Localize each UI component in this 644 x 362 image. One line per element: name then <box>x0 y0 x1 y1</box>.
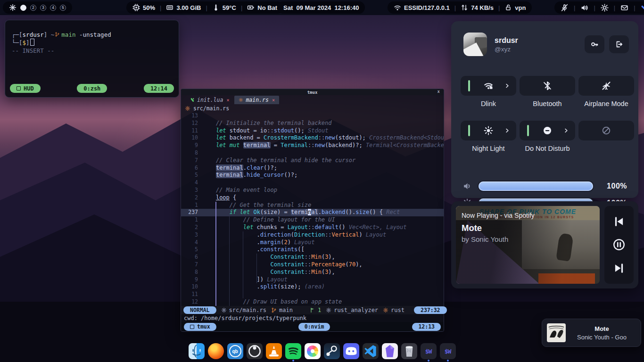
dock-item-qbittorrent[interactable]: qb <box>227 343 243 362</box>
dock-item-obs-studio[interactable] <box>247 343 263 362</box>
tab-main.rs[interactable]: main.rs× <box>234 96 279 104</box>
chevron-right-icon[interactable] <box>563 128 569 133</box>
dock-item-discord[interactable] <box>343 343 359 362</box>
dock-item-steam[interactable] <box>324 343 340 362</box>
firefox-icon <box>208 343 224 359</box>
clock[interactable]: Sat 09 Mar 2024 12:16:40 <box>277 1 365 14</box>
line-number: 13 <box>181 112 202 120</box>
statusline-diagnostics: 1 <box>310 307 321 313</box>
workspace-2[interactable]: 2 <box>30 5 36 11</box>
workspace-5[interactable]: 5 <box>60 5 66 11</box>
lock-keys-button[interactable] <box>585 35 604 53</box>
notification-popup[interactable]: Mote Sonic Youth - Goo <box>542 319 641 347</box>
wifi-stat[interactable]: ESSID/127.0.0.1 <box>394 4 450 11</box>
avatar[interactable] <box>463 33 487 56</box>
tab-init.lua[interactable]: init.lua× <box>186 96 233 104</box>
code-line: 5 .constraints([ <box>181 246 444 254</box>
line-number: 1 <box>181 216 202 224</box>
code-line: 13 <box>181 112 444 120</box>
line-number: 3 <box>181 187 202 194</box>
dock-item-spotify[interactable] <box>285 343 301 362</box>
notification-body: Sonic Youth - Goo <box>566 334 638 341</box>
dock-item-obsidian[interactable] <box>382 343 398 362</box>
toggle-bluetooth[interactable] <box>520 76 575 96</box>
workspace-1[interactable] <box>20 5 26 11</box>
tab-close-icon[interactable]: × <box>272 98 275 103</box>
dock-item-sw-app-2[interactable]: $W <box>440 343 456 362</box>
next-button[interactable] <box>613 262 625 274</box>
tmux-session-pill[interactable]: tmux <box>184 323 216 331</box>
sw-app-2-icon: $W <box>440 343 456 359</box>
temp-stat: 59°C <box>212 4 236 11</box>
workspace-4[interactable]: 4 <box>50 5 56 11</box>
dock-item-sw-app-1[interactable]: $W <box>421 343 437 362</box>
running-indicator <box>447 360 449 362</box>
dock-item-firefox[interactable] <box>208 343 224 362</box>
cursor-position-badge: 237:32 <box>414 306 447 314</box>
vpn-stat[interactable]: vpn <box>504 4 526 11</box>
dock-item-photos[interactable] <box>305 343 321 362</box>
launcher-star-icon[interactable] <box>9 4 17 11</box>
window-icon <box>17 86 21 90</box>
pause-button[interactable] <box>613 239 625 251</box>
tab-close-icon[interactable]: × <box>226 98 229 103</box>
terminal-output: ┌─[srdusr] ~main -unstaged └─[$] -- INSE… <box>5 20 179 55</box>
user-handle: @xyz <box>495 46 580 53</box>
dock-item-vscode[interactable] <box>363 343 379 362</box>
dock-item-file-manager[interactable] <box>189 343 205 362</box>
file-manager-icon <box>189 343 205 359</box>
close-button[interactable]: x <box>438 89 440 94</box>
code-line: 3 .direction(Direction::Vertical) Layout <box>181 231 444 239</box>
terminal-window[interactable]: ┌─[srdusr] ~main -unstaged └─[$] -- INSE… <box>5 20 179 98</box>
code-text: if let Ok(size) = terminal.backend().siz… <box>202 209 400 216</box>
workspace-3[interactable]: 3 <box>40 5 46 11</box>
code-line: 12 // Draw UI based on app state <box>181 298 444 306</box>
git-branch-icon <box>55 32 60 37</box>
previous-button[interactable] <box>613 215 625 228</box>
top-bar: 2345 50% | 3.00 GiB | 59°C | No Bat Sat … <box>0 0 644 15</box>
statusline-branch[interactable]: main <box>271 307 293 313</box>
dock-item-vlc[interactable] <box>266 343 282 362</box>
mail-icon[interactable] <box>620 4 628 12</box>
line-number: 12 <box>181 298 202 306</box>
tmux-window-pill[interactable]: 0:nvim <box>298 323 330 331</box>
blocked-icon <box>602 126 611 135</box>
logout-button[interactable] <box>609 35 629 53</box>
dock-item-trash[interactable] <box>401 343 417 362</box>
separator: | <box>574 4 575 11</box>
running-indicator <box>273 360 275 362</box>
running-indicator <box>331 360 333 362</box>
code-text: terminal.hide_cursor()?; <box>202 172 297 179</box>
zsh-session-pill[interactable]: 0:zsh <box>77 84 107 93</box>
wifi-icon <box>394 4 401 11</box>
chevron-down-icon[interactable] <box>641 4 644 12</box>
chevron-right-icon[interactable] <box>504 128 510 133</box>
line-number: 2 <box>181 194 202 202</box>
line-number: 10 <box>181 134 202 142</box>
hud-pill[interactable]: HUD <box>10 84 41 93</box>
editor-window[interactable]: tmux x init.lua×main.rs× src/main.rs 131… <box>181 89 444 332</box>
line-number: 3 <box>181 231 202 239</box>
toggle-label: Do Not Disturb <box>525 140 570 165</box>
code-area[interactable]: 1312 // Initialize the terminal backend1… <box>181 112 444 306</box>
toggle-dlink[interactable] <box>461 76 516 96</box>
volume-slider[interactable] <box>479 181 593 191</box>
album-art[interactable]: SHAPE OF PUNK TO COME A CHIMERICAL BOMBI… <box>456 206 600 284</box>
toggle-night-light[interactable] <box>461 121 516 140</box>
network-pill: ESSID/127.0.0.1 | 74 KB/s | vpn <box>388 1 532 14</box>
volume-icon[interactable] <box>580 4 588 12</box>
active-indicator <box>468 125 470 136</box>
breadcrumb: src/main.rs <box>181 104 444 112</box>
chevron-right-icon[interactable] <box>504 83 510 89</box>
toggle-airplane-mode[interactable] <box>578 76 634 96</box>
discord-icon <box>343 343 359 359</box>
key-icon <box>591 41 598 48</box>
qbittorrent-icon: qb <box>227 343 243 359</box>
mic-muted-icon[interactable] <box>561 4 569 12</box>
settings-icon[interactable] <box>601 4 609 12</box>
volume-slider-row: 100% <box>462 181 627 191</box>
indent-guide <box>215 202 216 306</box>
control-center: srdusr @xyz DlinkBluetoothAirplane ModeN… <box>451 21 638 198</box>
toggle-do-not-disturb[interactable] <box>520 121 575 140</box>
statusline-file[interactable]: src/main.rs <box>221 307 266 313</box>
